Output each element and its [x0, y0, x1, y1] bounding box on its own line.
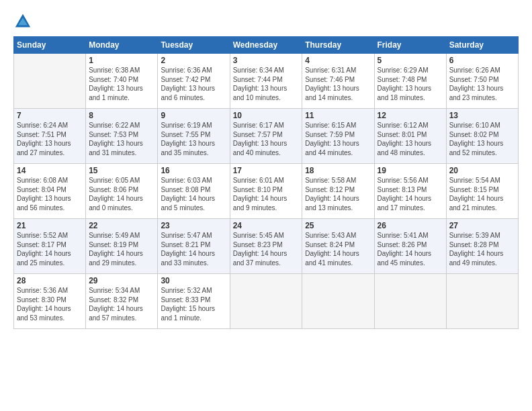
day-cell-29: 29Sunrise: 5:34 AM Sunset: 8:32 PM Dayli…: [86, 274, 158, 329]
day-cell-17: 17Sunrise: 6:01 AM Sunset: 8:10 PM Dayli…: [230, 164, 302, 219]
day-number: 6: [449, 56, 515, 65]
day-number: 19: [378, 166, 443, 175]
day-cell-7: 7Sunrise: 6:24 AM Sunset: 7:51 PM Daylig…: [14, 109, 86, 164]
day-number: 11: [305, 111, 371, 120]
day-cell-3: 3Sunrise: 6:34 AM Sunset: 7:44 PM Daylig…: [230, 54, 302, 109]
empty-cell: [374, 274, 446, 329]
day-number: 2: [161, 56, 226, 65]
col-header-monday: Monday: [86, 37, 158, 54]
day-cell-20: 20Sunrise: 5:54 AM Sunset: 8:15 PM Dayli…: [446, 164, 518, 219]
day-cell-6: 6Sunrise: 6:26 AM Sunset: 7:50 PM Daylig…: [446, 54, 518, 109]
day-info: Sunrise: 6:31 AM Sunset: 7:46 PM Dayligh…: [305, 66, 371, 102]
day-number: 29: [89, 276, 154, 285]
day-cell-21: 21Sunrise: 5:52 AM Sunset: 8:17 PM Dayli…: [14, 219, 86, 274]
day-cell-13: 13Sunrise: 6:10 AM Sunset: 8:02 PM Dayli…: [446, 109, 518, 164]
day-number: 5: [378, 56, 443, 65]
day-number: 28: [17, 276, 83, 285]
day-number: 9: [161, 111, 226, 120]
empty-cell: [230, 274, 302, 329]
day-info: Sunrise: 5:58 AM Sunset: 8:12 PM Dayligh…: [305, 176, 371, 212]
day-cell-16: 16Sunrise: 6:03 AM Sunset: 8:08 PM Dayli…: [158, 164, 230, 219]
day-info: Sunrise: 6:19 AM Sunset: 7:55 PM Dayligh…: [161, 121, 226, 157]
day-info: Sunrise: 6:36 AM Sunset: 7:42 PM Dayligh…: [161, 66, 226, 102]
day-info: Sunrise: 5:32 AM Sunset: 8:33 PM Dayligh…: [161, 286, 226, 322]
day-info: Sunrise: 6:05 AM Sunset: 8:06 PM Dayligh…: [89, 176, 154, 212]
calendar: SundayMondayTuesdayWednesdayThursdayFrid…: [13, 36, 519, 329]
day-info: Sunrise: 5:45 AM Sunset: 8:23 PM Dayligh…: [233, 231, 300, 267]
day-info: Sunrise: 6:29 AM Sunset: 7:48 PM Dayligh…: [378, 66, 443, 102]
day-cell-2: 2Sunrise: 6:36 AM Sunset: 7:42 PM Daylig…: [158, 54, 230, 109]
page: SundayMondayTuesdayWednesdayThursdayFrid…: [0, 0, 532, 336]
day-cell-1: 1Sunrise: 6:38 AM Sunset: 7:40 PM Daylig…: [86, 54, 158, 109]
logo-icon: [13, 12, 32, 31]
day-cell-11: 11Sunrise: 6:15 AM Sunset: 7:59 PM Dayli…: [302, 109, 374, 164]
day-cell-23: 23Sunrise: 5:47 AM Sunset: 8:21 PM Dayli…: [158, 219, 230, 274]
week-row-3: 14Sunrise: 6:08 AM Sunset: 8:04 PM Dayli…: [14, 164, 519, 219]
day-number: 30: [161, 276, 226, 285]
day-number: 1: [89, 56, 154, 65]
day-cell-8: 8Sunrise: 6:22 AM Sunset: 7:53 PM Daylig…: [86, 109, 158, 164]
day-info: Sunrise: 6:08 AM Sunset: 8:04 PM Dayligh…: [17, 176, 83, 212]
day-cell-15: 15Sunrise: 6:05 AM Sunset: 8:06 PM Dayli…: [86, 164, 158, 219]
col-header-thursday: Thursday: [302, 37, 374, 54]
day-cell-27: 27Sunrise: 5:39 AM Sunset: 8:28 PM Dayli…: [446, 219, 518, 274]
day-info: Sunrise: 5:34 AM Sunset: 8:32 PM Dayligh…: [89, 286, 154, 322]
day-info: Sunrise: 6:22 AM Sunset: 7:53 PM Dayligh…: [89, 121, 154, 157]
day-number: 15: [89, 166, 154, 175]
day-number: 22: [89, 221, 154, 230]
header: [13, 12, 519, 31]
day-number: 21: [17, 221, 83, 230]
day-number: 18: [305, 166, 371, 175]
week-row-2: 7Sunrise: 6:24 AM Sunset: 7:51 PM Daylig…: [14, 109, 519, 164]
day-info: Sunrise: 6:15 AM Sunset: 7:59 PM Dayligh…: [305, 121, 371, 157]
day-info: Sunrise: 6:24 AM Sunset: 7:51 PM Dayligh…: [17, 121, 83, 157]
day-info: Sunrise: 6:26 AM Sunset: 7:50 PM Dayligh…: [449, 66, 515, 102]
day-number: 14: [17, 166, 83, 175]
day-info: Sunrise: 6:12 AM Sunset: 8:01 PM Dayligh…: [378, 121, 443, 157]
week-row-5: 28Sunrise: 5:36 AM Sunset: 8:30 PM Dayli…: [14, 274, 519, 329]
col-header-friday: Friday: [374, 37, 446, 54]
day-number: 26: [378, 221, 443, 230]
day-cell-5: 5Sunrise: 6:29 AM Sunset: 7:48 PM Daylig…: [374, 54, 446, 109]
day-info: Sunrise: 6:03 AM Sunset: 8:08 PM Dayligh…: [161, 176, 226, 212]
day-number: 8: [89, 111, 154, 120]
day-info: Sunrise: 6:10 AM Sunset: 8:02 PM Dayligh…: [449, 121, 515, 157]
col-header-tuesday: Tuesday: [158, 37, 230, 54]
day-cell-26: 26Sunrise: 5:41 AM Sunset: 8:26 PM Dayli…: [374, 219, 446, 274]
day-cell-25: 25Sunrise: 5:43 AM Sunset: 8:24 PM Dayli…: [302, 219, 374, 274]
day-number: 7: [17, 111, 83, 120]
day-info: Sunrise: 5:56 AM Sunset: 8:13 PM Dayligh…: [378, 176, 443, 212]
empty-cell: [302, 274, 374, 329]
day-number: 10: [233, 111, 300, 120]
day-number: 27: [449, 221, 515, 230]
day-info: Sunrise: 6:38 AM Sunset: 7:40 PM Dayligh…: [89, 66, 154, 102]
day-number: 13: [449, 111, 515, 120]
day-cell-18: 18Sunrise: 5:58 AM Sunset: 8:12 PM Dayli…: [302, 164, 374, 219]
day-info: Sunrise: 5:47 AM Sunset: 8:21 PM Dayligh…: [161, 231, 226, 267]
day-info: Sunrise: 6:17 AM Sunset: 7:57 PM Dayligh…: [233, 121, 300, 157]
day-info: Sunrise: 5:41 AM Sunset: 8:26 PM Dayligh…: [378, 231, 443, 267]
day-number: 20: [449, 166, 515, 175]
day-info: Sunrise: 6:01 AM Sunset: 8:10 PM Dayligh…: [233, 176, 300, 212]
day-cell-14: 14Sunrise: 6:08 AM Sunset: 8:04 PM Dayli…: [14, 164, 86, 219]
col-header-sunday: Sunday: [14, 37, 86, 54]
day-number: 23: [161, 221, 226, 230]
week-row-1: 1Sunrise: 6:38 AM Sunset: 7:40 PM Daylig…: [14, 54, 519, 109]
col-header-saturday: Saturday: [446, 37, 518, 54]
header-row: SundayMondayTuesdayWednesdayThursdayFrid…: [14, 37, 519, 54]
day-cell-10: 10Sunrise: 6:17 AM Sunset: 7:57 PM Dayli…: [230, 109, 302, 164]
week-row-4: 21Sunrise: 5:52 AM Sunset: 8:17 PM Dayli…: [14, 219, 519, 274]
day-info: Sunrise: 5:39 AM Sunset: 8:28 PM Dayligh…: [449, 231, 515, 267]
empty-cell: [14, 54, 86, 109]
logo: [13, 12, 35, 31]
day-info: Sunrise: 6:34 AM Sunset: 7:44 PM Dayligh…: [233, 66, 300, 102]
day-info: Sunrise: 5:43 AM Sunset: 8:24 PM Dayligh…: [305, 231, 371, 267]
day-cell-22: 22Sunrise: 5:49 AM Sunset: 8:19 PM Dayli…: [86, 219, 158, 274]
day-cell-4: 4Sunrise: 6:31 AM Sunset: 7:46 PM Daylig…: [302, 54, 374, 109]
day-info: Sunrise: 5:52 AM Sunset: 8:17 PM Dayligh…: [17, 231, 83, 267]
empty-cell: [446, 274, 518, 329]
day-info: Sunrise: 5:54 AM Sunset: 8:15 PM Dayligh…: [449, 176, 515, 212]
day-number: 24: [233, 221, 300, 230]
day-number: 12: [378, 111, 443, 120]
day-cell-30: 30Sunrise: 5:32 AM Sunset: 8:33 PM Dayli…: [158, 274, 230, 329]
